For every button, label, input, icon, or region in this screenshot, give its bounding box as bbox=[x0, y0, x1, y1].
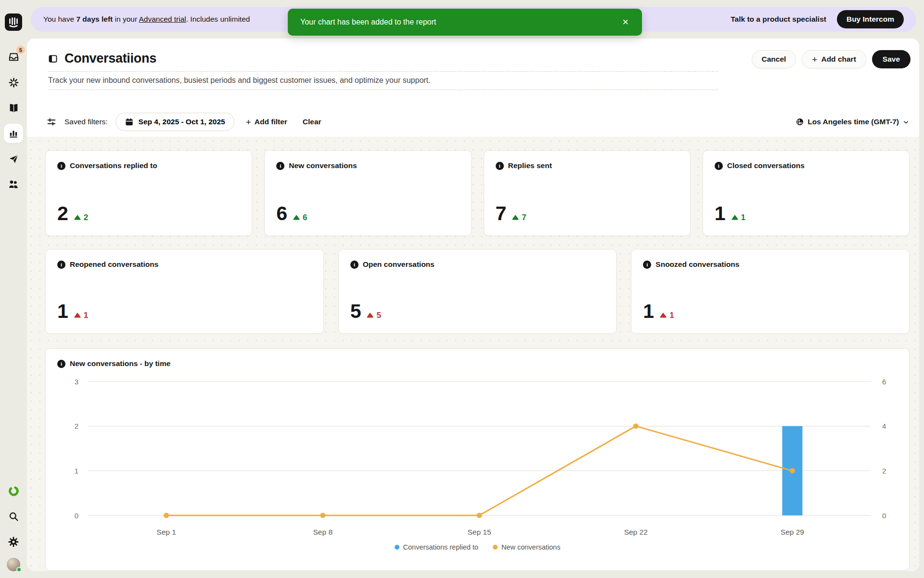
toast-message: Your chart has been added to the report bbox=[300, 18, 436, 26]
search-icon[interactable] bbox=[4, 507, 23, 526]
metric-card: i Open conversations 5 5 bbox=[338, 249, 617, 334]
contacts-icon[interactable] bbox=[4, 175, 23, 194]
legend-label: New conversations bbox=[501, 543, 561, 551]
metric-label: Open conversations bbox=[363, 260, 435, 269]
metric-label: Closed conversations bbox=[727, 161, 805, 170]
toast-close-icon[interactable]: × bbox=[618, 15, 632, 29]
filter-bar: Saved filters: Sep 4, 2025 - Oct 1, 2025… bbox=[27, 107, 919, 137]
advanced-trial-link[interactable]: Advanced trial bbox=[139, 15, 186, 23]
metric-delta: 1 bbox=[74, 311, 88, 320]
report-canvas: i Conversations replied to 2 2 i New con… bbox=[27, 137, 919, 571]
legend-label: Conversations replied to bbox=[403, 543, 478, 551]
metric-value: 1 bbox=[643, 300, 654, 323]
info-icon[interactable]: i bbox=[643, 261, 651, 269]
metric-value: 5 bbox=[350, 300, 361, 323]
add-chart-label: Add chart bbox=[821, 55, 856, 64]
filters-icon bbox=[46, 117, 57, 127]
svg-text:4: 4 bbox=[882, 422, 886, 430]
chevron-down-icon bbox=[902, 118, 910, 126]
knowledge-icon[interactable] bbox=[4, 98, 23, 118]
metric-label: Replies sent bbox=[508, 161, 552, 170]
trend-up-icon bbox=[74, 215, 81, 220]
metric-delta-value: 2 bbox=[84, 213, 88, 223]
info-icon[interactable]: i bbox=[496, 162, 504, 170]
metric-label: New conversations bbox=[289, 161, 357, 170]
buy-intercom-button[interactable]: Buy Intercom bbox=[837, 10, 904, 28]
green-ring-glyph bbox=[8, 485, 20, 497]
svg-text:Sep 29: Sep 29 bbox=[781, 528, 804, 536]
fin-ai-icon[interactable] bbox=[4, 73, 23, 92]
info-icon[interactable]: i bbox=[57, 360, 65, 368]
talk-to-specialist-link[interactable]: Talk to a product specialist bbox=[731, 15, 826, 24]
chart-legend: Conversations replied toNew conversation… bbox=[57, 543, 898, 551]
page-title[interactable]: Conversatiions bbox=[64, 51, 156, 66]
outbound-icon[interactable] bbox=[4, 149, 23, 169]
collapse-sidebar-icon[interactable] bbox=[48, 54, 58, 64]
svg-text:Sep 1: Sep 1 bbox=[156, 528, 176, 536]
bar-chart-glyph bbox=[8, 128, 19, 139]
intercom-logo[interactable] bbox=[5, 13, 22, 31]
metric-delta-value: 1 bbox=[669, 311, 674, 320]
trend-up-icon bbox=[293, 215, 300, 220]
trial-text-mid: in your bbox=[115, 15, 138, 23]
trial-text-prefix: You have bbox=[43, 15, 74, 23]
trend-up-icon bbox=[74, 313, 81, 318]
inbox-icon[interactable]: 5 bbox=[4, 47, 23, 66]
settings-icon[interactable] bbox=[4, 532, 23, 552]
svg-text:0: 0 bbox=[75, 512, 78, 520]
plus-icon: + bbox=[246, 118, 251, 127]
trend-up-icon bbox=[367, 313, 373, 318]
metric-delta-value: 6 bbox=[303, 213, 307, 223]
svg-text:3: 3 bbox=[75, 378, 78, 386]
cancel-button[interactable]: Cancel bbox=[752, 50, 796, 68]
svg-text:0: 0 bbox=[882, 512, 886, 520]
timezone-selector[interactable]: Los Angeles time (GMT-7) bbox=[796, 118, 910, 126]
chart-plot: 01230246Sep 1Sep 8Sep 15Sep 22Sep 29 bbox=[57, 371, 898, 540]
metric-card: i Closed conversations 1 1 bbox=[703, 150, 910, 236]
report-header: Conversatiions Track your new inbound co… bbox=[27, 39, 919, 107]
info-icon[interactable]: i bbox=[276, 162, 284, 170]
inbox-badge: 5 bbox=[16, 46, 25, 54]
reports-icon[interactable] bbox=[4, 124, 23, 143]
add-filter-button[interactable]: + Add filter bbox=[242, 115, 291, 130]
metric-value: 1 bbox=[57, 300, 68, 323]
trial-progress-icon[interactable] bbox=[4, 481, 23, 500]
user-avatar[interactable] bbox=[7, 558, 20, 571]
trend-up-icon bbox=[732, 215, 738, 220]
trend-up-icon bbox=[512, 215, 519, 220]
metric-value: 1 bbox=[715, 202, 725, 225]
paper-plane-glyph bbox=[8, 154, 19, 165]
metric-card: i Reopened conversations 1 1 bbox=[45, 249, 324, 334]
book-glyph bbox=[8, 103, 19, 114]
info-icon[interactable]: i bbox=[715, 162, 723, 170]
metric-delta: 7 bbox=[512, 213, 526, 223]
info-icon[interactable]: i bbox=[57, 162, 65, 170]
svg-text:Sep 22: Sep 22 bbox=[624, 528, 648, 536]
metric-value: 7 bbox=[496, 202, 506, 225]
date-range-value: Sep 4, 2025 - Oct 1, 2025 bbox=[139, 118, 225, 126]
people-glyph bbox=[8, 179, 19, 190]
gear-glyph bbox=[8, 536, 19, 548]
legend-item[interactable]: New conversations bbox=[493, 543, 561, 551]
date-range-picker[interactable]: Sep 4, 2025 - Oct 1, 2025 bbox=[116, 113, 234, 131]
svg-text:2: 2 bbox=[75, 422, 78, 430]
legend-dot-icon bbox=[395, 545, 399, 550]
metric-delta-value: 1 bbox=[84, 311, 88, 320]
metric-delta-value: 7 bbox=[522, 213, 526, 223]
metric-card: i New conversations 6 6 bbox=[264, 150, 471, 236]
save-button[interactable]: Save bbox=[872, 50, 911, 68]
toast: Your chart has been added to the report … bbox=[288, 9, 642, 36]
add-chart-button[interactable]: + Add chart bbox=[802, 50, 866, 68]
page-subtitle[interactable]: Track your new inbound conversations, bu… bbox=[48, 72, 718, 90]
metric-label: Snoozed conversations bbox=[655, 260, 739, 269]
metric-delta: 2 bbox=[74, 213, 88, 223]
legend-item[interactable]: Conversations replied to bbox=[395, 543, 478, 551]
metric-card: i Conversations replied to 2 2 bbox=[45, 150, 252, 236]
chart-title: New conversations - by time bbox=[70, 359, 170, 368]
metric-label: Conversations replied to bbox=[70, 161, 157, 170]
metric-delta-value: 5 bbox=[376, 311, 381, 320]
clear-filters-button[interactable]: Clear bbox=[299, 115, 325, 129]
info-icon[interactable]: i bbox=[350, 261, 359, 269]
info-icon[interactable]: i bbox=[57, 261, 65, 269]
chart-card: i New conversations - by time 01230246Se… bbox=[45, 348, 910, 571]
